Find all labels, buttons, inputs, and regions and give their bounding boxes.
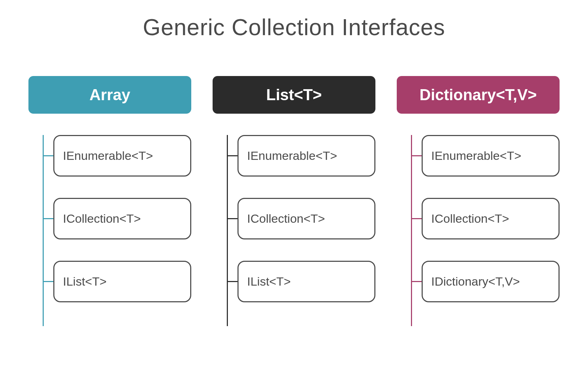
interface-box: IList<T> <box>53 261 191 302</box>
column-header: List<T> <box>213 76 375 114</box>
interface-box: IEnumerable<T> <box>53 135 191 177</box>
column-dictionary: Dictionary<T,V> IEnumerable<T> ICollecti… <box>397 76 560 302</box>
branch-line <box>227 218 237 219</box>
children-wrap: IEnumerable<T> ICollection<T> IDictionar… <box>397 135 560 302</box>
branch-line <box>43 218 53 219</box>
diagram-title: Generic Collection Interfaces <box>28 14 560 40</box>
diagram-columns: Array IEnumerable<T> ICollection<T> ILis… <box>28 76 560 302</box>
column-array: Array IEnumerable<T> ICollection<T> ILis… <box>28 76 191 302</box>
child-row: ICollection<T> <box>411 198 560 239</box>
child-row: IDictionary<T,V> <box>411 261 560 302</box>
children-wrap: IEnumerable<T> ICollection<T> IList<T> <box>28 135 191 302</box>
interface-box: ICollection<T> <box>53 198 191 239</box>
branch-line <box>411 155 422 156</box>
child-row: IList<T> <box>227 261 375 302</box>
interface-box: IEnumerable<T> <box>237 135 375 177</box>
interface-box: ICollection<T> <box>422 198 560 239</box>
interface-box: IList<T> <box>237 261 375 302</box>
child-row: IEnumerable<T> <box>411 135 560 177</box>
interface-box: ICollection<T> <box>237 198 375 239</box>
child-row: IEnumerable<T> <box>227 135 375 177</box>
child-row: ICollection<T> <box>227 198 375 239</box>
interface-box: IEnumerable<T> <box>422 135 560 177</box>
children-wrap: IEnumerable<T> ICollection<T> IList<T> <box>213 135 375 302</box>
branch-line <box>227 155 237 156</box>
branch-line <box>411 218 422 219</box>
child-row: IEnumerable<T> <box>43 135 191 177</box>
column-list: List<T> IEnumerable<T> ICollection<T> IL… <box>213 76 375 302</box>
branch-line <box>43 155 53 156</box>
branch-line <box>411 281 422 282</box>
column-header: Dictionary<T,V> <box>397 76 560 114</box>
child-row: IList<T> <box>43 261 191 302</box>
interface-box: IDictionary<T,V> <box>422 261 560 302</box>
branch-line <box>227 281 237 282</box>
column-header: Array <box>28 76 191 114</box>
branch-line <box>43 281 53 282</box>
child-row: ICollection<T> <box>43 198 191 239</box>
